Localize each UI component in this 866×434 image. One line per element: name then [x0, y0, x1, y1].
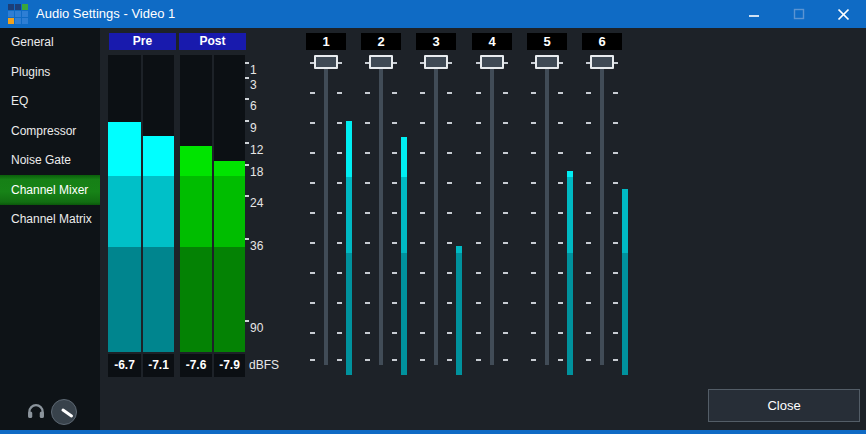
scale-label-6: 6: [250, 99, 257, 113]
fader-tick: [531, 92, 536, 94]
fader-tick: [310, 182, 315, 184]
fader-tick: [476, 332, 481, 334]
fader-handle-1[interactable]: [314, 55, 338, 69]
fader-tick: [420, 242, 425, 244]
channel-header-4[interactable]: 4: [472, 33, 512, 50]
fader-tick: [503, 182, 508, 184]
meter-value-pre-0: -6.7: [108, 354, 141, 377]
fader-tick: [392, 302, 397, 304]
fader-tick: [392, 122, 397, 124]
fader-tick: [310, 212, 315, 214]
meter-level-pre: [143, 136, 174, 176]
fader-handle-5[interactable]: [535, 55, 559, 69]
fader-track-2[interactable]: [379, 56, 383, 365]
sidebar-item-noise-gate[interactable]: Noise Gate: [0, 145, 100, 175]
fader-tick: [503, 332, 508, 334]
meter-group-header-pre: Pre: [109, 33, 176, 50]
fader-tick: [613, 182, 618, 184]
fader-tick: [503, 359, 508, 361]
sidebar-item-plugins[interactable]: Plugins: [0, 57, 100, 87]
close-window-button[interactable]: [821, 0, 866, 28]
fader-tick: [337, 272, 342, 274]
fader-track-1[interactable]: [324, 56, 328, 365]
meter-level-pre: [143, 247, 174, 352]
scale-label-3: 3: [250, 78, 257, 92]
fader-handle-6[interactable]: [590, 55, 614, 69]
app-icon-square: [15, 18, 21, 24]
scale-tick: [245, 98, 249, 100]
fader-tick: [476, 242, 481, 244]
scale-label-1: 1: [250, 63, 257, 77]
fader-tick: [447, 242, 452, 244]
fader-tick: [476, 272, 481, 274]
fader-tick: [531, 332, 536, 334]
audio-settings-window: Audio Settings - Video 1 GeneralPluginsE…: [0, 0, 866, 434]
fader-tick: [337, 212, 342, 214]
fader-tick: [365, 212, 370, 214]
fader-tick: [503, 122, 508, 124]
fader-tick: [420, 359, 425, 361]
fader-tick: [447, 182, 452, 184]
window-bottom-border: [0, 430, 866, 434]
fader-tick: [503, 272, 508, 274]
meter-level-post: [214, 176, 245, 247]
fader-tick: [447, 152, 452, 154]
scale-label-24: 24: [250, 196, 263, 210]
app-icon-square: [22, 18, 28, 24]
channel-header-2[interactable]: 2: [361, 33, 401, 50]
fader-track-6[interactable]: [600, 56, 604, 365]
fader-tick: [613, 359, 618, 361]
fader-tick: [337, 122, 342, 124]
fader-track-4[interactable]: [490, 56, 494, 365]
sidebar: GeneralPluginsEQCompressorNoise GateChan…: [0, 28, 100, 431]
fader-tick: [558, 182, 563, 184]
fader-tick: [586, 122, 591, 124]
sidebar-item-channel-mixer[interactable]: Channel Mixer: [0, 175, 100, 205]
fader-handle-3[interactable]: [424, 55, 448, 69]
fader-tick: [586, 212, 591, 214]
sidebar-item-eq[interactable]: EQ: [0, 86, 100, 116]
meter-level-post: [180, 176, 212, 247]
close-button[interactable]: Close: [708, 389, 860, 422]
fader-tick: [586, 302, 591, 304]
fader-tick: [337, 242, 342, 244]
channel-header-1[interactable]: 1: [306, 33, 346, 50]
channel-meter-bar-1: [346, 177, 352, 253]
sidebar-item-channel-matrix[interactable]: Channel Matrix: [0, 204, 100, 234]
channel-meter-bar-5: [567, 253, 573, 375]
headphones-icon: [26, 401, 46, 421]
meter-value-pre-1: -7.1: [143, 354, 174, 377]
fader-tick: [476, 302, 481, 304]
monitor-volume-knob[interactable]: [50, 398, 78, 426]
fader-tick: [558, 302, 563, 304]
fader-tick: [447, 332, 452, 334]
fader-tick: [586, 332, 591, 334]
fader-tick: [586, 182, 591, 184]
channel-header-5[interactable]: 5: [527, 33, 567, 50]
fader-track-5[interactable]: [545, 56, 549, 365]
fader-handle-2[interactable]: [369, 55, 393, 69]
scale-label-18: 18: [250, 165, 263, 179]
fader-tick: [310, 242, 315, 244]
fader-tick: [337, 302, 342, 304]
fader-tick: [613, 302, 618, 304]
scale-tick: [245, 195, 249, 197]
fader-tick: [613, 272, 618, 274]
channel-header-6[interactable]: 6: [582, 33, 622, 50]
scale-label-90: 90: [250, 321, 263, 335]
fader-handle-4[interactable]: [480, 55, 504, 69]
sidebar-item-general[interactable]: General: [0, 27, 100, 57]
fader-tick: [476, 92, 481, 94]
fader-tick: [531, 122, 536, 124]
fader-tick: [476, 212, 481, 214]
fader-tick: [392, 92, 397, 94]
sidebar-item-compressor[interactable]: Compressor: [0, 116, 100, 146]
fader-tick: [337, 359, 342, 361]
fader-track-3[interactable]: [434, 56, 438, 365]
minimize-button[interactable]: [731, 0, 776, 28]
channel-header-3[interactable]: 3: [416, 33, 456, 50]
scale-label-36: 36: [250, 239, 263, 253]
fader-tick: [392, 242, 397, 244]
app-icon-square: [22, 11, 28, 17]
fader-tick: [420, 272, 425, 274]
